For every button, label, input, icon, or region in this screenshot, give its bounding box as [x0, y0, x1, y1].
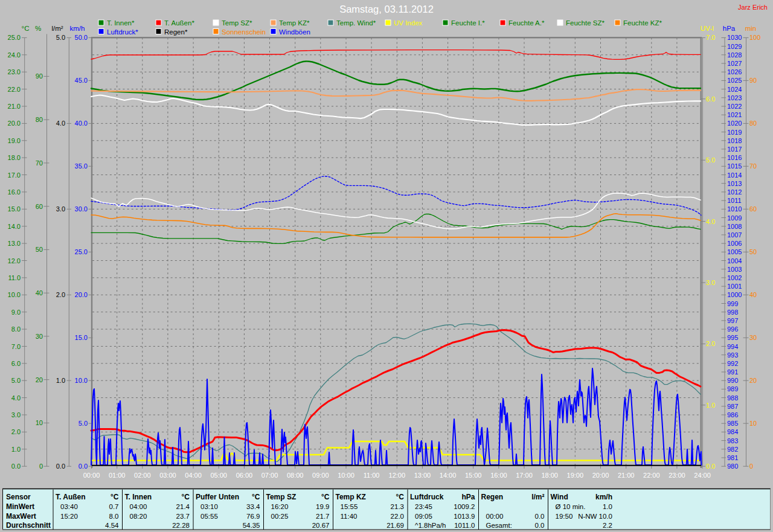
svg-text:°C: °C: [396, 493, 405, 501]
svg-text:20: 20: [749, 377, 757, 384]
svg-text:Temp KZ: Temp KZ: [336, 493, 366, 501]
svg-text:0.0: 0.0: [56, 463, 65, 470]
svg-text:993: 993: [727, 351, 738, 359]
svg-text:60: 60: [749, 205, 757, 213]
svg-text:1020: 1020: [727, 120, 742, 127]
svg-text:54.35: 54.35: [243, 522, 260, 529]
svg-text:11:00: 11:00: [364, 472, 380, 479]
svg-text:90: 90: [36, 72, 43, 80]
svg-text:40: 40: [36, 289, 43, 296]
svg-text:22.28: 22.28: [172, 522, 190, 529]
svg-text:00:25: 00:25: [271, 513, 289, 520]
svg-text:T. Außen: T. Außen: [56, 493, 86, 501]
svg-text:Temp. Wind*: Temp. Wind*: [336, 19, 376, 27]
svg-text:30: 30: [749, 334, 757, 341]
svg-text:1015: 1015: [727, 162, 742, 170]
svg-text:1010: 1010: [727, 205, 742, 213]
svg-text:km/h: km/h: [595, 493, 612, 501]
svg-text:°C: °C: [22, 25, 30, 32]
svg-text:3.0: 3.0: [706, 279, 715, 286]
svg-text:Feuchte A.*: Feuchte A.*: [508, 19, 545, 27]
svg-text:Regen*: Regen*: [164, 28, 188, 36]
svg-text:984: 984: [727, 428, 738, 435]
svg-text:T. Außen*: T. Außen*: [164, 19, 194, 27]
svg-text:Sensor: Sensor: [6, 493, 31, 501]
svg-text:Feuchte SZ*: Feuchte SZ*: [566, 19, 605, 27]
svg-text:1025: 1025: [727, 77, 742, 84]
svg-text:MinWert: MinWert: [6, 502, 34, 511]
svg-text:Sonnenschein: Sonnenschein: [222, 28, 266, 36]
svg-text:Ø 10 min.: Ø 10 min.: [556, 503, 586, 510]
svg-text:1002: 1002: [727, 274, 742, 281]
svg-text:Feuchte KZ*: Feuchte KZ*: [623, 19, 662, 27]
svg-text:T. Innen: T. Innen: [125, 493, 152, 501]
svg-text:1029: 1029: [727, 43, 742, 50]
svg-text:4.54: 4.54: [105, 522, 119, 529]
svg-text:18.0: 18.0: [8, 154, 21, 161]
svg-text:6.0: 6.0: [11, 360, 21, 367]
svg-text:08:20: 08:20: [130, 513, 147, 520]
svg-text:998: 998: [727, 309, 738, 316]
svg-text:985: 985: [727, 420, 738, 427]
svg-text:80: 80: [36, 116, 43, 123]
svg-text:Temp KZ*: Temp KZ*: [279, 19, 310, 27]
svg-text:23.7: 23.7: [176, 513, 190, 520]
svg-text:8.0: 8.0: [11, 325, 21, 333]
svg-text:16:00: 16:00: [490, 472, 507, 479]
svg-text:8.0: 8.0: [109, 513, 119, 520]
svg-text:21.3: 21.3: [391, 503, 404, 510]
svg-text:5.0: 5.0: [706, 156, 715, 164]
svg-text:5.0: 5.0: [56, 34, 65, 41]
svg-text:°C: °C: [252, 493, 260, 501]
svg-text:23:00: 23:00: [669, 472, 685, 479]
svg-text:70: 70: [36, 159, 43, 167]
svg-text:7.0: 7.0: [11, 343, 21, 350]
svg-text:25.0: 25.0: [8, 34, 21, 41]
svg-text:70: 70: [749, 162, 757, 170]
svg-text:03:10: 03:10: [200, 503, 218, 510]
svg-text:15:00: 15:00: [465, 472, 482, 479]
svg-text:0.7: 0.7: [109, 503, 119, 510]
svg-text:10: 10: [36, 419, 43, 426]
svg-text:0.0: 0.0: [11, 463, 21, 470]
svg-text:995: 995: [727, 334, 738, 341]
svg-text:999: 999: [727, 300, 738, 307]
svg-text:40.0: 40.0: [75, 120, 88, 127]
svg-text:1009.2: 1009.2: [454, 503, 475, 510]
svg-text:1.0: 1.0: [706, 402, 715, 409]
svg-text:1006: 1006: [727, 240, 742, 247]
svg-text:^1.8hPa/h: ^1.8hPa/h: [415, 522, 446, 529]
svg-text:Temp SZ*: Temp SZ*: [222, 19, 252, 27]
svg-text:5.0: 5.0: [79, 420, 88, 427]
svg-text:05:00: 05:00: [210, 472, 227, 479]
svg-text:03:40: 03:40: [60, 503, 78, 510]
svg-text:19:00: 19:00: [567, 472, 584, 479]
svg-text:21.7: 21.7: [316, 513, 329, 520]
svg-text:03:00: 03:00: [159, 472, 176, 479]
svg-text:UV-I: UV-I: [701, 25, 714, 32]
svg-text:11.0: 11.0: [8, 274, 21, 281]
svg-text:14:00: 14:00: [440, 472, 457, 479]
svg-text:0: 0: [749, 463, 753, 470]
svg-text:02:00: 02:00: [134, 472, 151, 479]
svg-text:1013: 1013: [727, 180, 742, 187]
svg-text:19.9: 19.9: [316, 503, 329, 510]
svg-text:994: 994: [727, 343, 738, 350]
svg-text:°C: °C: [111, 493, 119, 501]
svg-text:20.0: 20.0: [75, 291, 88, 298]
svg-text:14.0: 14.0: [8, 223, 21, 230]
svg-text:10: 10: [749, 420, 757, 427]
svg-text:1003: 1003: [727, 266, 742, 273]
svg-text:0.0: 0.0: [535, 513, 545, 520]
svg-text:991: 991: [727, 368, 738, 376]
svg-text:30: 30: [36, 333, 43, 340]
svg-text:23:45: 23:45: [415, 503, 432, 510]
svg-text:08:00: 08:00: [287, 472, 304, 479]
svg-text:1011.0: 1011.0: [454, 522, 475, 529]
svg-text:21.0: 21.0: [8, 103, 21, 110]
svg-text:30.0: 30.0: [75, 205, 88, 213]
svg-text:09:00: 09:00: [312, 472, 329, 479]
svg-text:°C: °C: [321, 493, 330, 501]
svg-text:km/h: km/h: [70, 25, 85, 32]
svg-text:l/m²: l/m²: [531, 493, 544, 501]
